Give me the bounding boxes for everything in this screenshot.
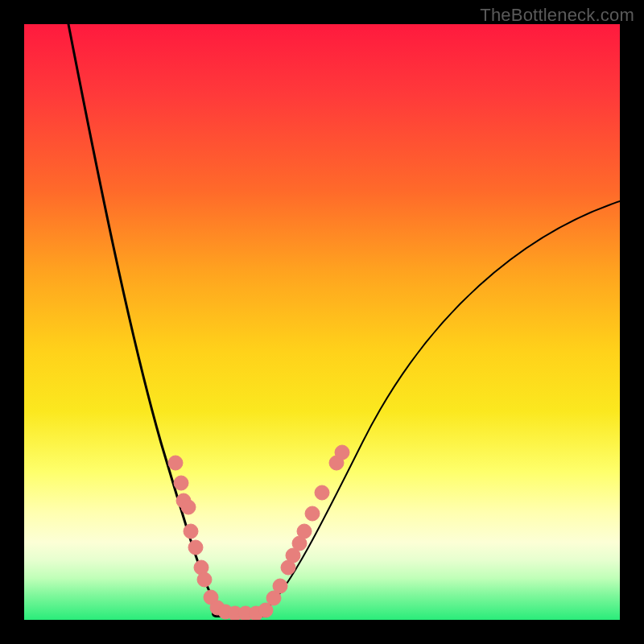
chart-svg: [24, 24, 620, 620]
data-marker: [315, 485, 329, 500]
curve-left-curve: [68, 24, 258, 613]
curve-right-curve: [258, 201, 620, 613]
data-marker: [181, 500, 196, 514]
series-group: [68, 24, 620, 613]
data-marker: [188, 540, 203, 555]
data-marker: [174, 476, 188, 490]
data-marker: [297, 524, 312, 539]
data-marker: [184, 524, 198, 539]
data-marker: [197, 572, 212, 587]
data-marker: [335, 445, 349, 460]
data-marker: [273, 579, 287, 593]
data-marker: [305, 506, 320, 521]
marker-group: [168, 445, 349, 620]
plot-area: [24, 24, 620, 620]
watermark-text: TheBottleneck.com: [480, 5, 634, 26]
data-marker: [168, 456, 183, 470]
chart-container: TheBottleneck.com: [0, 0, 644, 644]
